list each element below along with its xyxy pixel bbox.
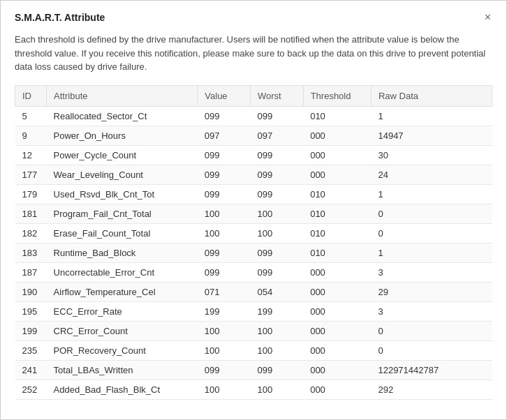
- cell-raw_data: 0: [371, 340, 492, 360]
- cell-raw_data: 3: [371, 262, 492, 282]
- table-row: 183Runtime_Bad_Block0990990101: [15, 243, 492, 262]
- cell-id: 182: [15, 223, 47, 243]
- cell-id: 235: [15, 340, 47, 360]
- cell-raw_data: 14947: [371, 126, 492, 145]
- cell-threshold: 000: [303, 282, 371, 301]
- table-body: 5Reallocated_Sector_Ct09909901019Power_O…: [15, 106, 492, 399]
- cell-threshold: 000: [303, 301, 371, 321]
- cell-threshold: 010: [303, 184, 371, 204]
- col-header-attribute: Attribute: [47, 85, 198, 106]
- cell-worst: 199: [250, 301, 303, 321]
- cell-worst: 099: [250, 243, 303, 262]
- cell-value: 099: [198, 243, 251, 262]
- table-row: 177Wear_Leveling_Count09909900024: [15, 165, 492, 184]
- table-row: 190Airflow_Temperature_Cel07105400029: [15, 282, 492, 301]
- cell-worst: 100: [250, 223, 303, 243]
- smart-table: ID Attribute Value Worst Threshold Raw D…: [15, 85, 492, 400]
- cell-worst: 099: [250, 184, 303, 204]
- table-row: 241Total_LBAs_Written0990990001229714427…: [15, 360, 492, 380]
- table-row: 235POR_Recovery_Count1001000000: [15, 340, 492, 360]
- cell-worst: 054: [250, 282, 303, 301]
- cell-id: 241: [15, 360, 47, 380]
- cell-attribute: Uncorrectable_Error_Cnt: [47, 262, 198, 282]
- cell-worst: 099: [250, 262, 303, 282]
- table-row: 179Used_Rsvd_Blk_Cnt_Tot0990990101: [15, 184, 492, 204]
- cell-threshold: 000: [303, 380, 371, 399]
- cell-attribute: Total_LBAs_Written: [47, 360, 198, 380]
- cell-raw_data: 30: [371, 145, 492, 165]
- table-row: 252Added_Bad_Flash_Blk_Ct100100000292: [15, 380, 492, 399]
- cell-id: 12: [15, 145, 47, 165]
- cell-threshold: 010: [303, 204, 371, 223]
- cell-value: 100: [198, 204, 251, 223]
- cell-worst: 100: [250, 321, 303, 340]
- cell-id: 9: [15, 126, 47, 145]
- cell-id: 177: [15, 165, 47, 184]
- cell-id: 190: [15, 282, 47, 301]
- cell-value: 100: [198, 340, 251, 360]
- close-button[interactable]: ×: [483, 12, 492, 23]
- dialog-title: S.M.A.R.T. Attribute: [15, 12, 105, 23]
- cell-value: 100: [198, 321, 251, 340]
- cell-id: 252: [15, 380, 47, 399]
- cell-attribute: Wear_Leveling_Count: [47, 165, 198, 184]
- cell-attribute: CRC_Error_Count: [47, 321, 198, 340]
- cell-threshold: 000: [303, 145, 371, 165]
- cell-worst: 100: [250, 204, 303, 223]
- cell-attribute: Reallocated_Sector_Ct: [47, 106, 198, 126]
- cell-worst: 099: [250, 360, 303, 380]
- dialog-title-bar: S.M.A.R.T. Attribute ×: [15, 12, 492, 23]
- cell-id: 181: [15, 204, 47, 223]
- cell-raw_data: 0: [371, 223, 492, 243]
- cell-worst: 099: [250, 145, 303, 165]
- table-row: 181Program_Fail_Cnt_Total1001000100: [15, 204, 492, 223]
- table-row: 5Reallocated_Sector_Ct0990990101: [15, 106, 492, 126]
- cell-id: 195: [15, 301, 47, 321]
- cell-raw_data: 292: [371, 380, 492, 399]
- table-row: 187Uncorrectable_Error_Cnt0990990003: [15, 262, 492, 282]
- cell-value: 099: [198, 360, 251, 380]
- col-header-worst: Worst: [250, 85, 303, 106]
- cell-id: 199: [15, 321, 47, 340]
- cell-worst: 100: [250, 340, 303, 360]
- cell-raw_data: 29: [371, 282, 492, 301]
- cell-value: 071: [198, 282, 251, 301]
- col-header-value: Value: [198, 85, 251, 106]
- cell-threshold: 000: [303, 165, 371, 184]
- cell-value: 100: [198, 223, 251, 243]
- cell-threshold: 000: [303, 340, 371, 360]
- cell-threshold: 010: [303, 243, 371, 262]
- cell-id: 183: [15, 243, 47, 262]
- cell-attribute: Program_Fail_Cnt_Total: [47, 204, 198, 223]
- cell-raw_data: 1: [371, 184, 492, 204]
- cell-attribute: Added_Bad_Flash_Blk_Ct: [47, 380, 198, 399]
- table-row: 9Power_On_Hours09709700014947: [15, 126, 492, 145]
- cell-id: 187: [15, 262, 47, 282]
- cell-raw_data: 0: [371, 321, 492, 340]
- smart-attribute-dialog: S.M.A.R.T. Attribute × Each threshold is…: [0, 0, 507, 420]
- cell-threshold: 010: [303, 223, 371, 243]
- col-header-id: ID: [15, 85, 47, 106]
- cell-threshold: 000: [303, 360, 371, 380]
- col-header-threshold: Threshold: [303, 85, 371, 106]
- cell-id: 5: [15, 106, 47, 126]
- cell-value: 099: [198, 145, 251, 165]
- cell-raw_data: 122971442787: [371, 360, 492, 380]
- cell-attribute: Power_Cycle_Count: [47, 145, 198, 165]
- cell-attribute: Erase_Fail_Count_Total: [47, 223, 198, 243]
- cell-raw_data: 1: [371, 243, 492, 262]
- table-header-row: ID Attribute Value Worst Threshold Raw D…: [15, 85, 492, 106]
- cell-threshold: 000: [303, 321, 371, 340]
- cell-value: 100: [198, 380, 251, 399]
- cell-attribute: POR_Recovery_Count: [47, 340, 198, 360]
- cell-raw_data: 0: [371, 204, 492, 223]
- cell-value: 099: [198, 262, 251, 282]
- cell-threshold: 000: [303, 262, 371, 282]
- col-header-rawdata: Raw Data: [371, 85, 492, 106]
- cell-attribute: Runtime_Bad_Block: [47, 243, 198, 262]
- cell-attribute: Power_On_Hours: [47, 126, 198, 145]
- cell-raw_data: 1: [371, 106, 492, 126]
- cell-value: 099: [198, 184, 251, 204]
- cell-worst: 097: [250, 126, 303, 145]
- cell-value: 099: [198, 106, 251, 126]
